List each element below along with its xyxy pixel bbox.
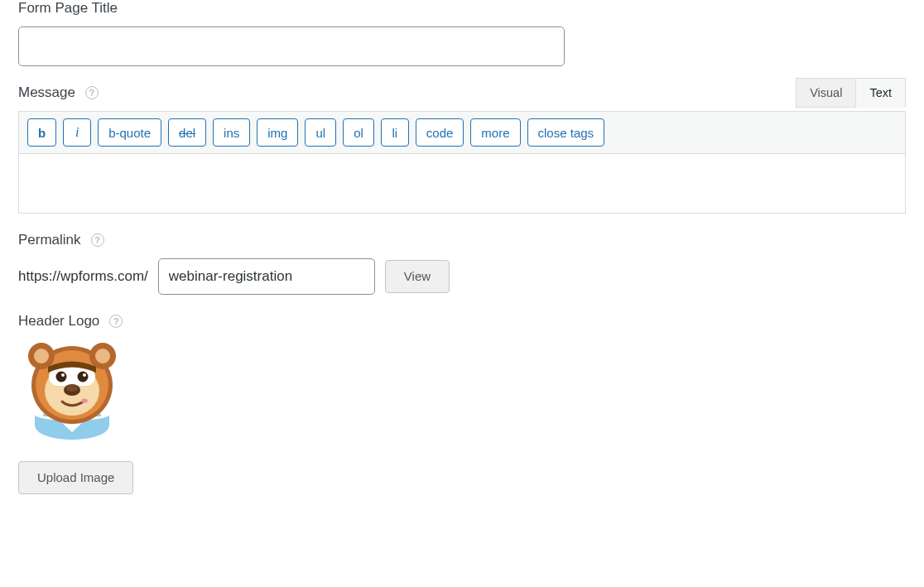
svg-point-9	[56, 372, 67, 383]
label-text: Form Page Title	[18, 0, 118, 17]
qt-code-button[interactable]: code	[416, 118, 464, 147]
editor-tabs: Visual Text	[796, 78, 906, 108]
editor-wrapper: Visual Text b i b-quote del ins img ul o…	[18, 111, 906, 214]
svg-point-10	[78, 372, 89, 383]
tab-text[interactable]: Text	[855, 78, 906, 108]
svg-point-6	[95, 349, 110, 363]
svg-point-14	[66, 385, 78, 392]
message-textarea[interactable]	[19, 153, 905, 213]
header-logo-field: Header Logo ?	[18, 313, 906, 494]
header-logo-label: Header Logo ?	[18, 313, 906, 330]
editor: b i b-quote del ins img ul ol li code mo…	[18, 111, 906, 214]
svg-point-12	[83, 373, 86, 377]
qt-italic-button[interactable]: i	[63, 118, 91, 147]
logo-preview	[18, 339, 906, 450]
help-icon[interactable]: ?	[91, 233, 104, 247]
form-page-title-label: Form Page Title	[18, 0, 906, 17]
svg-point-11	[61, 373, 65, 377]
tab-visual[interactable]: Visual	[796, 78, 856, 108]
quicktags-toolbar: b i b-quote del ins img ul ol li code mo…	[19, 112, 905, 153]
help-icon[interactable]: ?	[85, 86, 99, 99]
qt-del-button[interactable]: del	[168, 118, 206, 147]
qt-img-button[interactable]: img	[257, 118, 298, 147]
permalink-field: Permalink ? https://wpforms.com/ View	[18, 232, 906, 295]
qt-ol-button[interactable]: ol	[343, 118, 374, 147]
qt-bold-button[interactable]: b	[27, 118, 56, 147]
qt-ins-button[interactable]: ins	[213, 118, 250, 147]
qt-more-button[interactable]: more	[470, 118, 520, 147]
view-button[interactable]: View	[385, 260, 450, 293]
svg-point-15	[81, 399, 88, 403]
qt-ul-button[interactable]: ul	[305, 118, 336, 147]
qt-li-button[interactable]: li	[381, 118, 409, 147]
svg-rect-8	[49, 368, 95, 386]
qt-close-tags-button[interactable]: close tags	[527, 118, 605, 147]
mascot-logo-icon	[18, 339, 126, 447]
upload-image-button[interactable]: Upload Image	[18, 461, 133, 494]
permalink-label: Permalink ?	[18, 232, 906, 248]
permalink-base-url: https://wpforms.com/	[18, 268, 148, 285]
form-page-title-input[interactable]	[18, 26, 565, 66]
message-label: Message ?	[18, 84, 906, 101]
svg-point-5	[34, 349, 49, 363]
permalink-row: https://wpforms.com/ View	[18, 258, 906, 295]
message-field: Message ? Visual Text b i b-quote del in…	[18, 84, 906, 214]
label-text: Message	[18, 84, 75, 101]
label-text: Permalink	[18, 232, 81, 248]
qt-blockquote-button[interactable]: b-quote	[98, 118, 161, 147]
help-icon[interactable]: ?	[109, 315, 123, 328]
form-page-title-field: Form Page Title	[18, 0, 906, 66]
permalink-slug-input[interactable]	[158, 258, 375, 295]
label-text: Header Logo	[18, 313, 99, 330]
